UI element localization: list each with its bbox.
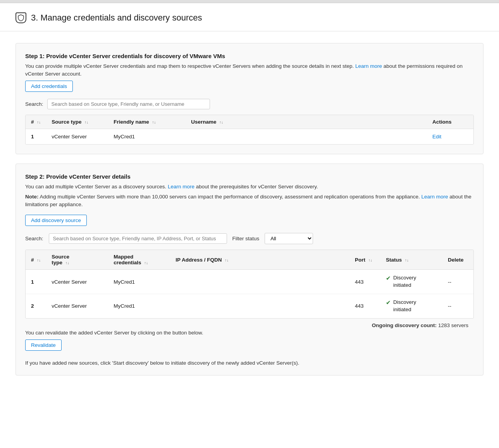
step1-learn-more-link[interactable]: Learn more (355, 63, 382, 69)
cell2-num-1: 1 (26, 270, 46, 294)
check-icon-2: ✔ (386, 299, 391, 306)
edit-link[interactable]: Edit (432, 134, 441, 140)
col-num: # ↑↓ (26, 115, 46, 129)
col2-status: Status ↑↓ (380, 250, 442, 270)
step1-desc: You can provide multiple vCenter Server … (25, 62, 474, 78)
step1-card: Step 1: Provide vCenter Server credentia… (15, 43, 484, 154)
cell2-status-1: ✔ Discovery initiated (380, 270, 442, 294)
step2-desc2: about the prerequisites for vCenter Serv… (196, 184, 318, 190)
step2-desc: You can add multiple vCenter Server as a… (25, 183, 474, 191)
sort-icon-num[interactable]: ↑↓ (37, 120, 41, 124)
step2-title: Step 2: Provide vCenter Server details (25, 173, 474, 180)
col2-port: Port ↑↓ (349, 250, 380, 270)
step2-learn-more-link[interactable]: Learn more (168, 184, 194, 190)
sort2-source[interactable]: ↑↓ (65, 261, 69, 265)
table-row: 2 vCenter Server MyCred1 443 ✔ Discovery (26, 294, 473, 318)
cell2-port-2: 443 (349, 294, 380, 318)
step1-search-row: Search: (25, 99, 474, 109)
step1-table-wrapper: # ↑↓ Source type ↑↓ Friendly name ↑↓ Use… (25, 115, 474, 145)
cell2-delete-2: -- (442, 294, 473, 318)
add-credentials-button[interactable]: Add credentials (25, 81, 73, 92)
col-friendly-name: Friendly name ↑↓ (108, 115, 186, 129)
cell2-mapped-2: MyCred1 (108, 294, 170, 318)
step2-table: # ↑↓ Sourcetype ↑↓ Mappedcredentials ↑↓ … (26, 250, 473, 318)
cell2-port-1: 443 (349, 270, 380, 294)
filter-status-label: Filter status (232, 236, 260, 241)
col2-delete: Delete (442, 250, 473, 270)
cell-num: 1 (26, 129, 46, 144)
step2-table-wrapper: # ↑↓ Sourcetype ↑↓ Mappedcredentials ↑↓ … (25, 250, 474, 319)
step2-filter-row: Search: Filter status All Initiated Comp… (25, 233, 474, 244)
cell2-delete-1: -- (442, 270, 473, 294)
status-text-1: Discovery initiated (393, 274, 416, 289)
cell-username (186, 129, 427, 144)
table-row: 1 vCenter Server MyCred1 Edit (26, 129, 473, 144)
step1-desc-text: You can provide multiple vCenter Server … (25, 63, 354, 69)
revalidate-desc: You can revalidate the added vCenter Ser… (25, 330, 474, 336)
col2-num: # ↑↓ (26, 250, 46, 270)
cell-source-type: vCenter Server (46, 129, 108, 144)
sort-icon-friendly[interactable]: ↑↓ (152, 120, 156, 124)
sort2-status[interactable]: ↑↓ (405, 258, 409, 262)
step1-search-label: Search: (25, 101, 43, 107)
ongoing-label: Ongoing discovery count: (372, 322, 437, 328)
cell-action: Edit (427, 129, 473, 144)
cell2-mapped-1: MyCred1 (108, 270, 170, 294)
step2-search-label: Search: (25, 236, 43, 241)
col2-mapped: Mappedcredentials ↑↓ (108, 250, 170, 270)
step1-search-input[interactable] (47, 99, 210, 109)
step2-table-header: # ↑↓ Sourcetype ↑↓ Mappedcredentials ↑↓ … (26, 250, 473, 270)
step1-title: Step 1: Provide vCenter Server credentia… (25, 53, 474, 59)
step2-card: Step 2: Provide vCenter Server details Y… (15, 164, 484, 376)
filter-status-select[interactable]: All Initiated Completed Error (265, 233, 313, 244)
step2-note-text: Adding multiple vCenter Servers with mor… (40, 194, 420, 200)
cell-friendly-name: MyCred1 (108, 129, 186, 144)
add-discovery-source-button[interactable]: Add discovery source (25, 215, 87, 226)
step2-desc-text: You can add multiple vCenter Server as a… (25, 184, 166, 190)
sort2-port[interactable]: ↑↓ (368, 258, 372, 262)
step2-note-learn-more[interactable]: Learn more (422, 194, 448, 200)
status-text-2: Discovery initiated (393, 299, 416, 314)
cell2-ip-2 (170, 294, 349, 318)
col2-ip: IP Address / FQDN ↑↓ (170, 250, 349, 270)
step2-search-input[interactable] (49, 233, 227, 244)
cell2-num-2: 2 (26, 294, 46, 318)
ongoing-value: 1283 servers (438, 322, 468, 328)
page-title: 3. Manage credentials and discovery sour… (31, 13, 202, 23)
sort2-num[interactable]: ↑↓ (37, 258, 41, 262)
step1-table: # ↑↓ Source type ↑↓ Friendly name ↑↓ Use… (26, 115, 473, 144)
cell2-source-2: vCenter Server (46, 294, 108, 318)
sort-icon-source[interactable]: ↑↓ (84, 120, 88, 124)
sort2-ip[interactable]: ↑↓ (225, 258, 229, 262)
step2-note-label: Note: (25, 194, 39, 200)
table-row: 1 vCenter Server MyCred1 443 ✔ Discovery (26, 270, 473, 294)
revalidate-button[interactable]: Revalidate (25, 339, 62, 351)
cell2-status-2: ✔ Discovery initiated (380, 294, 442, 318)
step2-note: Note: Adding multiple vCenter Servers wi… (25, 193, 474, 209)
sort2-mapped[interactable]: ↑↓ (144, 261, 148, 265)
check-icon-1: ✔ (386, 275, 391, 282)
col2-source-type: Sourcetype ↑↓ (46, 250, 108, 270)
footer-note: If you have added new sources, click 'St… (25, 360, 474, 366)
shield-icon (15, 12, 26, 23)
col-source-type: Source type ↑↓ (46, 115, 108, 129)
sort-icon-username[interactable]: ↑↓ (219, 120, 223, 124)
step1-table-header: # ↑↓ Source type ↑↓ Friendly name ↑↓ Use… (26, 115, 473, 129)
cell2-source-1: vCenter Server (46, 270, 108, 294)
col-actions: Actions (427, 115, 473, 129)
ongoing-row: Ongoing discovery count: 1283 servers (25, 319, 474, 330)
col-username: Username ↑↓ (186, 115, 427, 129)
cell2-ip-1 (170, 270, 349, 294)
